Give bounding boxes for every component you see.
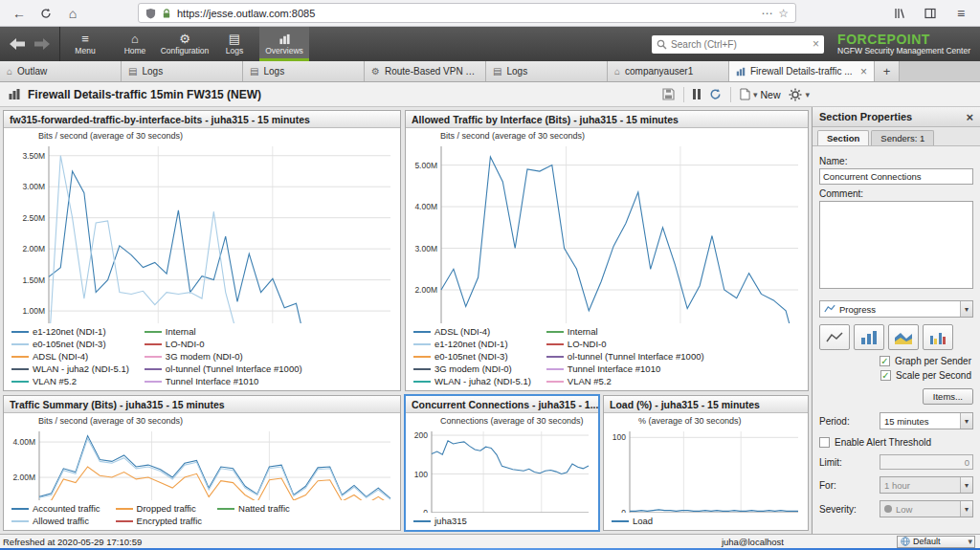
chevron-down-icon: ▾ [805, 90, 810, 99]
legend-item: Natted traffic [217, 502, 290, 515]
chart-panel-forwarded-traffic[interactable]: fw315-forwarded-traffic-by-interface-bit… [3, 110, 401, 391]
chart-type-grouped-bar-button[interactable] [923, 324, 953, 350]
chart-panel-load[interactable]: Load (%) - juha315 - 15 minutes % (avera… [603, 395, 809, 531]
checkbox-checked-icon[interactable]: ✓ [880, 370, 891, 381]
panel-title[interactable]: Load (%) - juha315 - 15 minutes [604, 396, 808, 413]
panel-title[interactable]: Traffic Summary (Bits) - juha315 - 15 mi… [4, 396, 400, 413]
chart-type-line-button[interactable] [819, 324, 850, 350]
tab-vpn-tunnels[interactable]: ⚙ Route-Based VPN Tunnels [365, 61, 486, 81]
nav-home[interactable]: ⌂ Home [110, 27, 160, 61]
svg-text:2.00M: 2.00M [414, 285, 437, 295]
sidebars-icon[interactable] [919, 3, 942, 24]
global-search[interactable]: × [652, 35, 824, 54]
tab-logs-2[interactable]: ▤ Logs [243, 61, 365, 81]
checkbox-checked-icon[interactable]: ✓ [880, 356, 890, 366]
chart-panel-allowed-traffic[interactable]: Allowed Traffic by Interface (Bits) - ju… [405, 110, 809, 391]
svg-text:100: 100 [612, 432, 626, 442]
limit-field[interactable] [880, 454, 973, 470]
for-select[interactable]: 1 hour ▾ [880, 476, 973, 494]
chart-panel-concurrent-connections[interactable]: Concurrent Connections - juha315 - 1... … [405, 395, 599, 531]
url-bar[interactable]: https://jesse.outlaw.com:8085 ⋯ ☆ [138, 3, 796, 23]
chart-plot: 17:0017:0501.00M2.00M3.00M4.00M5.00M [406, 142, 808, 323]
nav-label: Configuration [161, 46, 210, 55]
browser-reload-button[interactable] [34, 3, 57, 24]
legend-label: Tunnel Interface #1010 [166, 375, 258, 387]
svg-text:3.00M: 3.00M [414, 244, 437, 253]
save-button[interactable] [662, 88, 675, 100]
search-input[interactable] [671, 39, 809, 50]
section-type-select[interactable]: Progress ▾ [819, 300, 973, 318]
page-actions-icon[interactable]: ⋯ [761, 7, 772, 20]
url-text[interactable]: https://jesse.outlaw.com:8085 [177, 8, 755, 19]
browser-menu-icon[interactable]: ≡ [949, 3, 972, 24]
new-button-label: New [760, 89, 780, 100]
chevron-down-icon: ▾ [753, 90, 758, 99]
refresh-button[interactable] [709, 88, 722, 100]
tab-logs-3[interactable]: ▤ Logs [486, 61, 608, 81]
save-icon [662, 88, 675, 100]
display-profile-select[interactable]: Default ▾ [897, 536, 975, 548]
tab-companyauser1[interactable]: ⌂ companyauser1 [608, 61, 729, 81]
scale-per-second-row[interactable]: ✓ Scale per Second [821, 370, 971, 381]
status-bar: Refreshed at 2020-05-29 17:10:59 juha@lo… [0, 534, 980, 548]
tab-firewall-details[interactable]: Firewall Details-traffic ... × [729, 61, 875, 81]
severity-select[interactable]: Low ▾ [880, 500, 973, 517]
legend-swatch [413, 343, 431, 345]
comment-field[interactable] [819, 201, 973, 289]
nav-overviews[interactable]: Overviews [259, 27, 309, 61]
legend-item: e1-120net (NDI-1) [413, 338, 531, 350]
legend-swatch [116, 520, 133, 522]
svg-text:2.50M: 2.50M [22, 213, 45, 223]
tab-close-icon[interactable]: × [860, 65, 867, 78]
library-icon[interactable] [888, 3, 911, 24]
logs-icon: ▤ [250, 66, 258, 77]
tab-section[interactable]: Section [817, 130, 869, 145]
reload-icon [40, 8, 52, 19]
bookmark-star-icon[interactable]: ☆ [778, 7, 789, 20]
chart-panel-traffic-summary[interactable]: Traffic Summary (Bits) - juha315 - 15 mi… [3, 395, 401, 531]
search-clear-icon[interactable]: × [813, 37, 819, 51]
tab-logs-1[interactable]: ▤ Logs [122, 61, 243, 81]
graph-per-sender-row[interactable]: ✓ Graph per Sender [821, 356, 971, 366]
legend-label: Internal [568, 325, 598, 338]
name-field[interactable] [819, 168, 973, 185]
progress-chart-icon [824, 304, 835, 314]
nav-logs[interactable]: ▤ Logs [210, 27, 259, 61]
browser-home-button[interactable]: ⌂ [61, 3, 84, 24]
legend-swatch [11, 343, 29, 345]
chart-type-area-button[interactable] [888, 324, 919, 350]
legend-label: juha315 [434, 515, 467, 527]
legend-label: ADSL (NDI-4) [33, 350, 88, 363]
close-icon[interactable]: × [966, 110, 973, 124]
svg-text:5.00M: 5.00M [414, 161, 437, 170]
tab-senders[interactable]: Senders: 1 [871, 130, 934, 145]
new-button[interactable]: ▾ New [740, 88, 781, 100]
legend-item: Accounted traffic [11, 502, 100, 515]
browser-back-button[interactable]: ← [8, 3, 31, 24]
panel-title[interactable]: Concurrent Connections - juha315 - 1... [406, 396, 598, 413]
history-forward-icon[interactable] [33, 36, 52, 52]
logs-icon: ▤ [229, 33, 240, 45]
chart-type-bar-button[interactable] [854, 324, 884, 350]
tab-outlaw[interactable]: ⌂ Outlaw [0, 61, 122, 81]
legend-swatch [11, 356, 29, 358]
chart-plot: 17:0017:050500.00k1.00M1.50M2.00M2.50M3.… [4, 142, 400, 323]
configuration-gear-icon: ⚙ [179, 33, 190, 45]
menu-button[interactable]: ≡ Menu [60, 27, 110, 61]
history-back-icon[interactable] [8, 36, 27, 52]
new-tab-button[interactable]: + [875, 61, 900, 81]
panel-title[interactable]: fw315-forwarded-traffic-by-interface-bit… [4, 111, 400, 128]
panel-title[interactable]: Allowed Traffic by Interface (Bits) - ju… [406, 111, 808, 128]
tab-label: Outlaw [17, 66, 114, 77]
period-select[interactable]: 15 minutes ▾ [880, 412, 973, 429]
pause-refresh-button[interactable] [693, 89, 701, 99]
display-profile-value: Default [913, 537, 941, 546]
chart-legend: Load [604, 513, 808, 530]
checkbox-unchecked-icon[interactable] [819, 437, 830, 448]
items-button[interactable]: Items... [923, 388, 973, 405]
svg-text:2.00M: 2.00M [12, 473, 35, 482]
tools-button[interactable]: ▾ [789, 88, 810, 101]
legend-label: Allowed traffic [33, 515, 89, 527]
enable-alert-threshold-row[interactable]: Enable Alert Threshold [819, 437, 973, 448]
nav-configuration[interactable]: ⚙ Configuration [160, 27, 210, 61]
